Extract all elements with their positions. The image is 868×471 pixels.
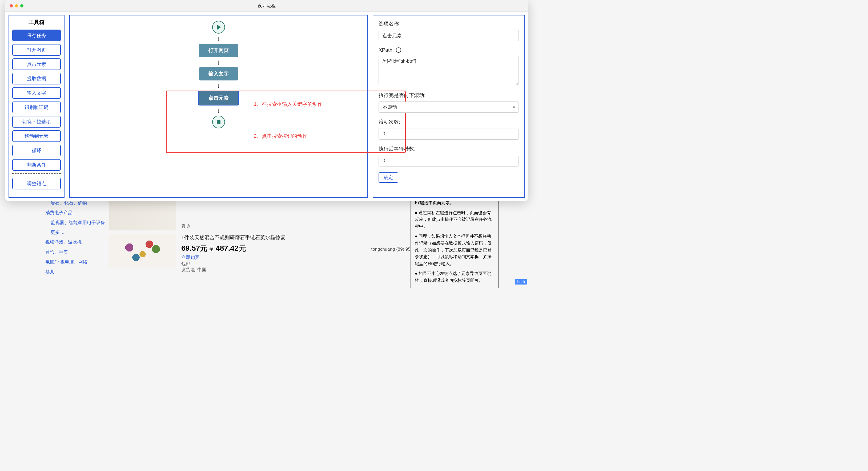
seller-info: tongchuang (89) 95 — [371, 247, 410, 252]
minimize-window-button[interactable] — [15, 4, 18, 7]
loop-button[interactable]: 循环 — [12, 145, 61, 156]
annotation-text-2: 2、点击搜索按钮的动作 — [254, 133, 307, 140]
category-sidebar: 岩石、化石、矿物 消费电子产品 监视器、智能家用电子设备 更多 ⌄ 视频游戏、游… — [35, 200, 109, 288]
move-to-element-button[interactable]: 移动到元素 — [12, 130, 61, 142]
open-webpage-node[interactable]: 打开网页 — [199, 44, 238, 57]
adjust-anchor-button[interactable]: 调整锚点 — [12, 178, 61, 190]
titlebar: 设计流程 — [5, 0, 528, 12]
input-text-node[interactable]: 输入文字 — [199, 67, 238, 80]
scroll-after-select[interactable]: 不滚动 — [378, 101, 519, 113]
confirm-button[interactable]: 确定 — [378, 172, 398, 183]
option-name-label: 选项名称: — [378, 20, 519, 27]
zoom-window-button[interactable] — [20, 4, 24, 7]
category-link[interactable]: 婴儿 — [45, 269, 109, 275]
switch-dropdown-button[interactable]: 切换下拉选项 — [12, 116, 61, 128]
properties-panel: 选项名称: XPath: ·· 执行完是否向下滚动: 不滚动 滚动次数: 执行后… — [373, 15, 525, 198]
condition-button[interactable]: 判断条件 — [12, 159, 61, 171]
window-title: 设计流程 — [5, 3, 528, 9]
toolbox-heading: 工具箱 — [12, 19, 61, 26]
help-panel: F7键选中页面元素。 ● 通过鼠标左键进行点击时，页面也会有反应，但此点击操作不… — [410, 197, 498, 288]
product-title[interactable]: 1件装天然混合不规则研磨石手链石英水晶修复 — [181, 234, 410, 241]
shipping-label: 包邮 — [181, 261, 410, 267]
ship-from-label: 发货地: 中国 — [181, 267, 410, 273]
option-name-input[interactable] — [378, 30, 519, 41]
category-link[interactable]: 首饰、手表 — [45, 249, 109, 255]
app-window: 设计流程 工具箱 保存任务 打开网页 点击元素 提取数据 输入文字 识别验证码 … — [5, 0, 528, 201]
xpath-label: XPath: ·· — [378, 47, 519, 53]
divider — [12, 173, 61, 174]
open-webpage-button[interactable]: 打开网页 — [12, 44, 61, 56]
product-price: 69.57元至487.42元 — [181, 243, 246, 254]
product-image[interactable] — [109, 234, 176, 267]
annotation-text-1: 1、在搜索框输入关键字的动作 — [254, 101, 322, 108]
play-icon — [217, 25, 221, 30]
close-window-button[interactable] — [9, 4, 13, 7]
arrow-icon: ↓ — [217, 59, 220, 66]
annotation-box — [166, 91, 406, 153]
back-badge[interactable]: back — [515, 279, 527, 284]
category-link[interactable]: 电脑/平板电脑、网络 — [45, 259, 109, 265]
wait-seconds-input[interactable] — [378, 155, 519, 167]
arrow-icon: ↓ — [217, 35, 220, 42]
start-node[interactable] — [212, 21, 225, 34]
category-link[interactable]: 视频游戏、游戏机 — [45, 239, 109, 245]
arrow-icon: ↓ — [217, 82, 220, 89]
buy-now-link[interactable]: 立即购买 — [181, 255, 410, 261]
recognize-captcha-button[interactable]: 识别验证码 — [12, 101, 61, 113]
click-element-button[interactable]: 点击元素 — [12, 58, 61, 70]
category-link[interactable]: 消费电子产品 — [45, 210, 109, 216]
sponsor-label: 赞助 — [181, 223, 190, 229]
save-task-button[interactable]: 保存任务 — [12, 30, 61, 41]
xpath-input[interactable] — [378, 56, 519, 85]
category-link[interactable]: 监视器、智能家用电子设备 — [45, 220, 109, 226]
extract-data-button[interactable]: 提取数据 — [12, 73, 61, 85]
category-more-link[interactable]: 更多 ⌄ — [45, 229, 109, 236]
flow-canvas[interactable]: ↓ 打开网页 ↓ 输入文字 ↓ 点击元素 ↓ 1、在搜索框输入关键字的动作 2、… — [69, 15, 368, 198]
product-image[interactable] — [109, 197, 176, 230]
toolbox-panel: 工具箱 保存任务 打开网页 点击元素 提取数据 输入文字 识别验证码 切换下拉选… — [8, 15, 64, 198]
smile-icon: ·· — [396, 47, 401, 53]
input-text-button[interactable]: 输入文字 — [12, 87, 61, 99]
